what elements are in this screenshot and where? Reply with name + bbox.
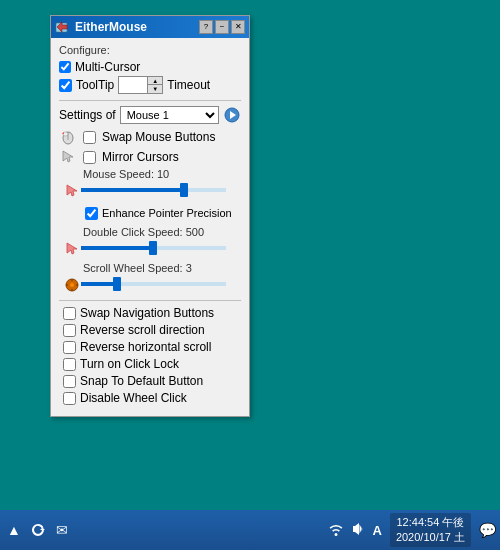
svg-marker-8 (67, 185, 77, 196)
clock-date: 2020/10/17 土 (396, 530, 465, 545)
mirror-cursor-icon (59, 148, 77, 166)
taskbar-chevron-up[interactable]: ▲ (4, 520, 24, 540)
title-bar-left: EitherMouse (55, 19, 147, 35)
window-body: Configure: Multi-Cursor ToolTip 60 ▲ ▼ T… (51, 38, 249, 416)
scroll-speed-slider[interactable] (81, 282, 226, 286)
scroll-speed-fill (81, 282, 117, 286)
mouse-speed-icon (63, 182, 81, 200)
spinner-arrows: ▲ ▼ (147, 77, 162, 93)
snap-default-label: Snap To Default Button (80, 374, 203, 388)
tray-notification-icon[interactable]: 💬 (479, 522, 496, 538)
swap-nav-checkbox[interactable] (63, 307, 76, 320)
double-click-slider[interactable] (81, 246, 226, 250)
tooltip-row: ToolTip 60 ▲ ▼ Timeout (59, 76, 241, 94)
window-title: EitherMouse (75, 20, 147, 34)
settings-label: Settings of (59, 108, 116, 122)
mouse-speed-thumb[interactable] (180, 183, 188, 197)
reverse-scroll-checkbox[interactable] (63, 324, 76, 337)
taskbar: ▲ ✉ A 12:44:54 午後 2020/10/17 土 (0, 510, 500, 550)
scroll-speed-row (63, 276, 241, 294)
swap-mouse-icon (59, 128, 77, 146)
svg-marker-7 (63, 151, 73, 162)
disable-wheel-row: Disable Wheel Click (59, 391, 241, 405)
click-lock-label: Turn on Click Lock (80, 357, 179, 371)
spinner-up-button[interactable]: ▲ (148, 77, 162, 85)
mirror-cursors-label: Mirror Cursors (102, 150, 179, 164)
multi-cursor-checkbox[interactable] (59, 61, 71, 73)
minimize-button[interactable]: − (215, 20, 229, 34)
timeout-label: Timeout (167, 78, 210, 92)
snap-default-checkbox[interactable] (63, 375, 76, 388)
tray-volume-icon[interactable] (350, 521, 366, 540)
reverse-horiz-label: Reverse horizontal scroll (80, 340, 211, 354)
scroll-speed-label: Scroll Wheel Speed: 3 (83, 262, 241, 274)
close-button[interactable]: ✕ (231, 20, 245, 34)
mouse-speed-row (63, 182, 241, 200)
multi-cursor-row: Multi-Cursor (59, 60, 241, 74)
double-click-icon (63, 240, 81, 258)
tooltip-label: ToolTip (76, 78, 114, 92)
mirror-cursors-row: Mirror Cursors (59, 148, 241, 166)
swap-nav-label: Swap Navigation Buttons (80, 306, 214, 320)
reverse-horiz-row: Reverse horizontal scroll (59, 340, 241, 354)
clock-time: 12:44:54 午後 (396, 515, 465, 530)
disable-wheel-label: Disable Wheel Click (80, 391, 187, 405)
spinner-down-button[interactable]: ▼ (148, 85, 162, 93)
app-icon (55, 19, 71, 35)
taskbar-left: ▲ ✉ (4, 520, 72, 540)
reverse-scroll-label: Reverse scroll direction (80, 323, 205, 337)
disable-wheel-checkbox[interactable] (63, 392, 76, 405)
enhance-pointer-row: Enhance Pointer Precision (63, 204, 241, 222)
app-window: EitherMouse ? − ✕ Configure: Multi-Curso… (50, 15, 250, 417)
enhance-pointer-checkbox[interactable] (85, 207, 98, 220)
configure-label: Configure: (59, 44, 241, 56)
timeout-spinner: 60 ▲ ▼ (118, 76, 163, 94)
tray-wifi-icon[interactable] (328, 521, 344, 540)
tooltip-checkbox[interactable] (59, 79, 72, 92)
enhance-icon-spacer (63, 204, 81, 222)
double-click-row (63, 240, 241, 258)
click-lock-checkbox[interactable] (63, 358, 76, 371)
taskbar-right: A 12:44:54 午後 2020/10/17 土 💬 (328, 513, 496, 548)
swap-buttons-checkbox[interactable] (83, 131, 96, 144)
timeout-input[interactable]: 60 (119, 77, 147, 93)
enhance-pointer-label: Enhance Pointer Precision (102, 207, 232, 219)
taskbar-refresh-icon[interactable] (28, 520, 48, 540)
double-click-fill (81, 246, 154, 250)
title-bar: EitherMouse ? − ✕ (51, 16, 249, 38)
divider-2 (59, 300, 241, 301)
mirror-cursors-checkbox[interactable] (83, 151, 96, 164)
system-tray: A (328, 521, 381, 540)
clock[interactable]: 12:44:54 午後 2020/10/17 土 (390, 513, 471, 548)
mouse-select[interactable]: Mouse 1 (120, 106, 219, 124)
settings-row: Settings of Mouse 1 (59, 106, 241, 124)
title-bar-buttons: ? − ✕ (199, 20, 245, 34)
swap-buttons-row: Swap Mouse Buttons (59, 128, 241, 146)
scroll-speed-icon (63, 276, 81, 294)
next-mouse-button[interactable] (223, 106, 241, 124)
double-click-thumb[interactable] (149, 241, 157, 255)
mouse-speed-fill (81, 188, 185, 192)
double-click-label: Double Click Speed: 500 (83, 226, 241, 238)
reverse-horiz-checkbox[interactable] (63, 341, 76, 354)
mouse-speed-slider[interactable] (81, 188, 226, 192)
click-lock-row: Turn on Click Lock (59, 357, 241, 371)
swap-nav-row: Swap Navigation Buttons (59, 306, 241, 320)
tray-lang-icon[interactable]: A (372, 523, 381, 538)
help-button[interactable]: ? (199, 20, 213, 34)
scroll-speed-thumb[interactable] (113, 277, 121, 291)
taskbar-email-icon[interactable]: ✉ (52, 520, 72, 540)
snap-default-row: Snap To Default Button (59, 374, 241, 388)
multi-cursor-label: Multi-Cursor (75, 60, 140, 74)
reverse-scroll-row: Reverse scroll direction (59, 323, 241, 337)
divider-1 (59, 100, 241, 101)
svg-marker-9 (67, 243, 77, 254)
swap-buttons-label: Swap Mouse Buttons (102, 130, 215, 144)
svg-point-11 (70, 283, 74, 287)
mouse-speed-label: Mouse Speed: 10 (83, 168, 241, 180)
